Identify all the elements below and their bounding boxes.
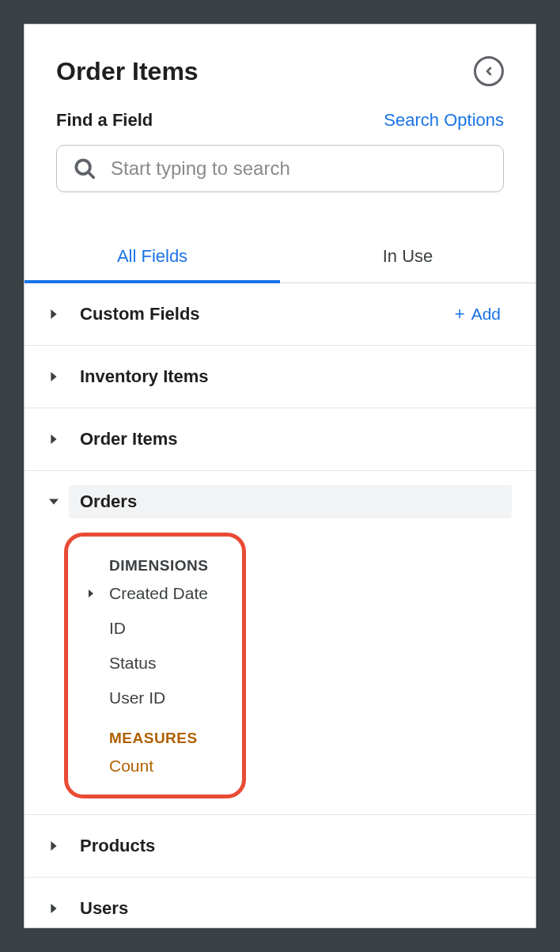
find-field-label: Find a Field <box>56 110 153 131</box>
section-label: Order Items <box>80 429 178 449</box>
sections-list: Custom Fields + Add Inventory Items Orde… <box>25 283 535 927</box>
svg-marker-2 <box>51 309 56 319</box>
caret-down-icon <box>44 497 64 506</box>
section-label: Orders <box>80 491 137 512</box>
field-label: User ID <box>109 688 165 707</box>
svg-marker-4 <box>51 434 56 444</box>
caret-right-icon <box>82 590 100 597</box>
panel-title: Order Items <box>56 57 199 86</box>
section-users[interactable]: Users <box>25 878 535 927</box>
section-label: Inventory Items <box>80 366 209 387</box>
field-label: Created Date <box>109 584 208 603</box>
tabs: All Fields In Use <box>25 232 535 283</box>
section-order-items[interactable]: Order Items <box>25 408 535 471</box>
add-custom-field-link[interactable]: + Add <box>455 305 501 324</box>
caret-right-icon <box>44 309 64 319</box>
field-created-date[interactable]: Created Date <box>82 584 215 603</box>
field-picker-panel: Order Items Find a Field Search Options … <box>24 24 536 928</box>
highlight-box: DIMENSIONS Created Date ID Status <box>64 533 246 798</box>
search-box[interactable] <box>56 145 504 192</box>
section-custom-fields[interactable]: Custom Fields + Add <box>25 283 535 346</box>
caret-right-icon <box>44 434 64 444</box>
field-user-id[interactable]: User ID <box>82 688 215 707</box>
search-input[interactable] <box>111 157 487 180</box>
section-label: Users <box>80 898 128 919</box>
section-orders[interactable]: Orders <box>25 471 535 533</box>
collapse-button[interactable] <box>474 56 504 86</box>
tab-in-use[interactable]: In Use <box>280 232 535 283</box>
svg-marker-8 <box>51 904 56 913</box>
search-options-link[interactable]: Search Options <box>384 110 504 131</box>
tab-all-fields[interactable]: All Fields <box>25 232 280 283</box>
field-count[interactable]: Count <box>82 757 215 776</box>
svg-marker-6 <box>89 590 93 597</box>
orders-content: DIMENSIONS Created Date ID Status <box>25 533 535 814</box>
field-status[interactable]: Status <box>82 654 215 673</box>
svg-marker-5 <box>49 499 59 504</box>
caret-right-icon <box>44 841 64 851</box>
field-label: ID <box>109 619 126 638</box>
dimensions-heading: DIMENSIONS <box>109 557 215 575</box>
svg-marker-7 <box>51 841 56 851</box>
section-label: Products <box>80 836 155 856</box>
section-inventory-items[interactable]: Inventory Items <box>25 346 535 408</box>
field-label: Status <box>109 654 157 673</box>
caret-right-icon <box>44 372 64 381</box>
field-label: Count <box>109 757 153 776</box>
search-icon <box>73 157 96 180</box>
panel-header: Order Items <box>25 25 535 86</box>
measures-heading: MEASURES <box>109 730 215 747</box>
section-label: Custom Fields <box>80 304 200 324</box>
svg-marker-3 <box>51 372 56 381</box>
chevron-left-icon <box>482 65 495 78</box>
plus-icon: + <box>455 305 465 323</box>
field-id[interactable]: ID <box>82 619 215 638</box>
search-section: Find a Field Search Options <box>25 86 535 192</box>
section-products[interactable]: Products <box>25 814 535 878</box>
caret-right-icon <box>44 904 64 913</box>
svg-line-1 <box>89 173 93 177</box>
